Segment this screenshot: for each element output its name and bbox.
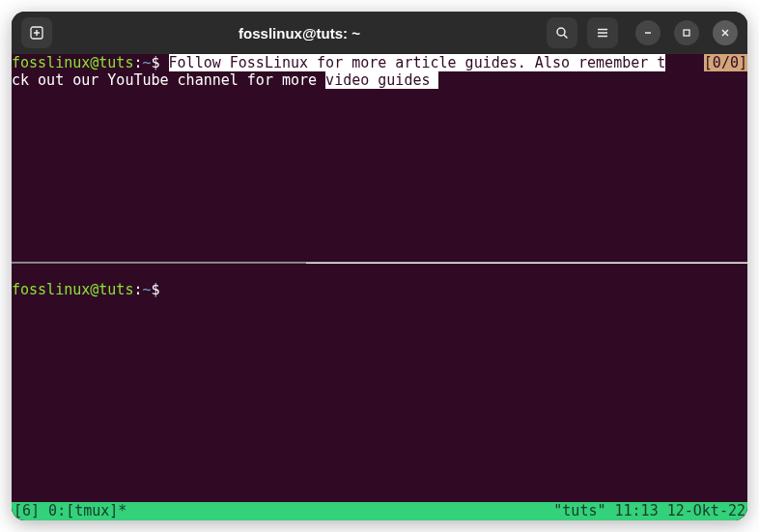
minimize-icon (643, 28, 653, 38)
search-highlight: video guides (325, 71, 430, 89)
plus-tab-icon (30, 26, 43, 40)
window-controls (635, 20, 738, 45)
prompt-user-host: fosslinux@tuts (12, 281, 133, 298)
window-title: fosslinux@tuts: ~ (60, 25, 539, 42)
terminal-body[interactable]: fosslinux@tuts:~$ Follow FossLinux for m… (12, 54, 747, 520)
close-icon (720, 28, 730, 38)
search-highlight: Follow FossLinux for more article guides… (169, 54, 666, 71)
svg-line-4 (564, 35, 568, 39)
new-tab-button[interactable] (21, 17, 52, 48)
maximize-button[interactable] (674, 20, 699, 45)
titlebar: fosslinux@tuts: ~ (12, 12, 747, 54)
svg-point-3 (557, 28, 565, 36)
prompt-user-host: fosslinux@tuts (12, 54, 133, 71)
prompt-path: ~ (142, 281, 151, 298)
hamburger-icon (596, 26, 609, 40)
tmux-statusbar: [6] 0:[tmux]* "tuts" 11:13 12-Okt-22 (12, 502, 747, 520)
prompt-dollar: $ (152, 54, 160, 71)
search-button[interactable] (547, 17, 577, 48)
terminal-text: ck out our YouTube channel for more (12, 71, 325, 89)
minimize-button[interactable] (635, 20, 661, 45)
search-count-indicator: [0/0] (704, 54, 747, 71)
svg-rect-9 (684, 30, 689, 36)
terminal-line: fosslinux@tuts:~$ Follow FossLinux for m… (12, 54, 747, 71)
terminal-line: fosslinux@tuts:~$ (12, 281, 747, 298)
terminal-window: fosslinux@tuts: ~ (12, 12, 747, 520)
statusbar-right: "tuts" 11:13 12-Okt-22 (553, 502, 745, 520)
tmux-pane-bottom[interactable]: fosslinux@tuts:~$ (12, 264, 747, 502)
maximize-icon (682, 28, 691, 38)
tmux-pane-top[interactable]: fosslinux@tuts:~$ Follow FossLinux for m… (12, 54, 747, 263)
statusbar-left: [6] 0:[tmux]* (14, 502, 553, 520)
search-icon (555, 26, 569, 40)
titlebar-right-group (547, 17, 738, 48)
close-button[interactable] (713, 20, 738, 45)
menu-button[interactable] (587, 17, 618, 48)
terminal-line (12, 264, 747, 281)
prompt-path: ~ (142, 54, 151, 71)
cursor (430, 71, 438, 89)
prompt-dollar: $ (152, 281, 160, 298)
terminal-line: ck out our YouTube channel for more vide… (12, 71, 747, 89)
